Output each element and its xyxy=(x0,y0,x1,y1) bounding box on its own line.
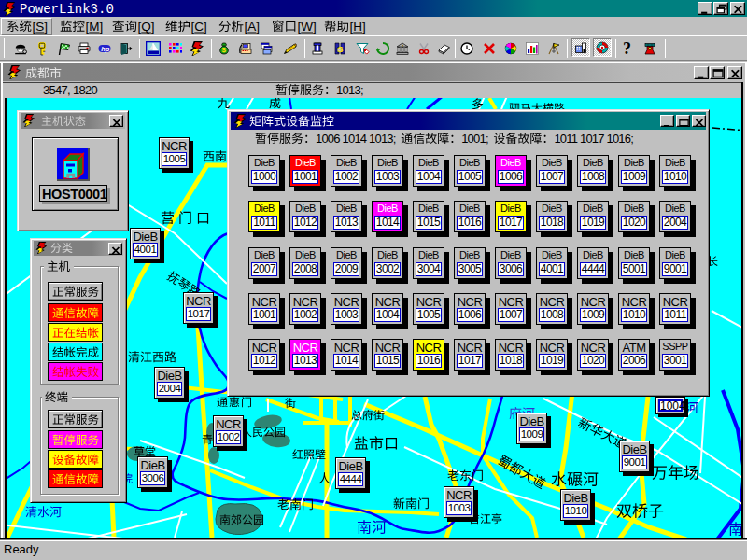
svg-text:S: S xyxy=(338,45,344,54)
svg-text:?: ? xyxy=(623,41,631,56)
svg-text:$: $ xyxy=(222,46,227,54)
svg-text:hp: hp xyxy=(101,45,110,53)
